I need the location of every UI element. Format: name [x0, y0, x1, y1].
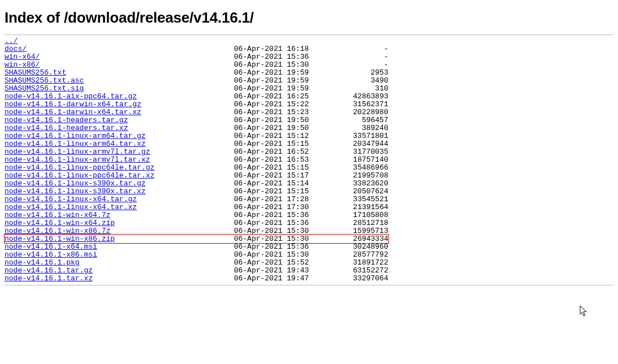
- file-size: -: [318, 53, 388, 61]
- file-size: 20347944: [318, 140, 388, 148]
- row-spacer: [40, 53, 234, 61]
- row-spacer: [115, 219, 234, 227]
- file-size: -: [318, 60, 388, 69]
- file-link[interactable]: node-v14.16.1-linux-s390x.tar.xz: [5, 187, 146, 196]
- file-size: 31562371: [318, 100, 388, 109]
- file-link[interactable]: SHASUMS256.txt.asc: [5, 76, 84, 85]
- file-link[interactable]: node-v14.16.1-x86.msi: [5, 250, 97, 259]
- file-link[interactable]: SHASUMS256.txt: [5, 68, 66, 77]
- file-date: 06-Apr-2021 15:36: [234, 219, 318, 227]
- file-size: -: [318, 45, 388, 53]
- file-size: 26943334: [318, 235, 388, 243]
- row-spacer: [146, 132, 234, 140]
- file-link[interactable]: node-v14.16.1-darwin-x64.tar.xz: [5, 108, 141, 116]
- file-size: 28577792: [318, 250, 388, 259]
- file-size: 33545521: [318, 195, 388, 203]
- file-link[interactable]: docs/: [5, 45, 27, 53]
- row-spacer: [66, 68, 234, 77]
- file-link[interactable]: node-v14.16.1-linux-x64.tar.gz: [5, 195, 137, 203]
- file-listing: ../ docs/ 06-Apr-2021 16:18 - win-x64/ 0…: [5, 37, 613, 283]
- file-date: 06-Apr-2021 15:30: [234, 227, 318, 235]
- file-link[interactable]: node-v14.16.1-win-x64.7z: [5, 211, 110, 219]
- file-link[interactable]: node-v14.16.1-linux-x64.tar.xz: [5, 203, 137, 211]
- file-size: 21391564: [318, 203, 388, 211]
- file-size: 18757140: [318, 155, 388, 164]
- row-spacer: [137, 92, 234, 101]
- file-link[interactable]: node-v14.16.1-headers.tar.xz: [5, 124, 128, 132]
- file-date: 06-Apr-2021 15:15: [234, 140, 318, 148]
- file-size: 20228980: [318, 108, 388, 116]
- file-date: 06-Apr-2021 15:36: [234, 242, 318, 251]
- file-date: 06-Apr-2021 15:15: [234, 163, 318, 172]
- row-spacer: [146, 187, 234, 196]
- row-spacer: [137, 195, 234, 203]
- divider-bottom: [5, 285, 613, 285]
- file-size: 33823620: [318, 179, 388, 188]
- file-size: 35486966: [318, 163, 388, 172]
- row-spacer: [154, 163, 234, 172]
- file-size: 21995708: [318, 171, 388, 180]
- file-link[interactable]: node-v14.16.1-linux-armv7l.tar.xz: [5, 155, 150, 164]
- file-size: 15995713: [318, 227, 388, 235]
- row-spacer: [110, 211, 234, 219]
- file-link[interactable]: SHASUMS256.txt.sig: [5, 84, 84, 93]
- file-date: 06-Apr-2021 17:30: [234, 203, 318, 211]
- file-link[interactable]: node-v14.16.1.pkg: [5, 258, 80, 267]
- file-link[interactable]: node-v14.16.1-linux-ppc64le.tar.gz: [5, 163, 154, 172]
- file-date: 06-Apr-2021 16:53: [234, 155, 318, 164]
- row-spacer: [128, 116, 234, 124]
- file-date: 06-Apr-2021 19:43: [234, 266, 318, 275]
- file-date: 06-Apr-2021 15:52: [234, 258, 318, 267]
- file-size: 33297064: [318, 274, 388, 283]
- file-date: 06-Apr-2021 15:12: [234, 132, 318, 140]
- row-spacer: [128, 124, 234, 132]
- file-link[interactable]: node-v14.16.1-linux-arm64.tar.xz: [5, 140, 146, 148]
- file-link[interactable]: node-v14.16.1-linux-ppc64le.tar.xz: [5, 171, 154, 180]
- file-date: 06-Apr-2021 15:22: [234, 100, 318, 109]
- file-link[interactable]: node-v14.16.1-win-x86.zip: [5, 235, 115, 243]
- row-spacer: [141, 108, 234, 116]
- row-spacer: [93, 266, 234, 275]
- file-link[interactable]: node-v14.16.1-headers.tar.gz: [5, 116, 128, 124]
- file-link[interactable]: node-v14.16.1-win-x86.7z: [5, 227, 110, 235]
- file-date: 06-Apr-2021 19:50: [234, 124, 318, 132]
- row-spacer: [93, 274, 234, 283]
- file-size: 42863893: [318, 92, 388, 101]
- parent-dir-link[interactable]: ../: [5, 37, 18, 45]
- file-link[interactable]: node-v14.16.1-darwin-x64.tar.gz: [5, 100, 141, 109]
- file-size: 3490: [318, 76, 388, 85]
- file-link[interactable]: node-v14.16.1-linux-arm64.tar.gz: [5, 132, 146, 140]
- row-spacer: [84, 84, 234, 93]
- file-size: 17105808: [318, 211, 388, 219]
- file-link[interactable]: node-v14.16.1-x64.msi: [5, 242, 97, 251]
- file-link[interactable]: win-x64/: [5, 53, 40, 61]
- file-date: 06-Apr-2021 19:59: [234, 84, 318, 93]
- file-link[interactable]: node-v14.16.1-linux-armv7l.tar.gz: [5, 148, 150, 156]
- file-size: 63152272: [318, 266, 388, 275]
- file-date: 06-Apr-2021 15:30: [234, 60, 318, 69]
- file-size: 2953: [318, 68, 388, 77]
- row-spacer: [115, 235, 234, 243]
- file-date: 06-Apr-2021 15:15: [234, 187, 318, 196]
- file-link[interactable]: node-v14.16.1.tar.xz: [5, 274, 93, 283]
- file-link[interactable]: win-x86/: [5, 60, 40, 69]
- row-spacer: [97, 242, 234, 251]
- file-link[interactable]: node-v14.16.1-aix-ppc64.tar.gz: [5, 92, 137, 101]
- file-link[interactable]: node-v14.16.1.tar.gz: [5, 266, 93, 275]
- file-date: 06-Apr-2021 17:28: [234, 195, 318, 203]
- row-spacer: [27, 45, 234, 53]
- row-spacer: [137, 203, 234, 211]
- file-link[interactable]: node-v14.16.1-win-x64.zip: [5, 219, 115, 227]
- file-size: 310: [318, 84, 388, 93]
- row-spacer: [141, 100, 234, 109]
- file-date: 06-Apr-2021 15:23: [234, 108, 318, 116]
- file-date: 06-Apr-2021 19:59: [234, 76, 318, 85]
- file-date: 06-Apr-2021 15:30: [234, 235, 318, 243]
- row-spacer: [154, 171, 234, 180]
- file-date: 06-Apr-2021 15:36: [234, 211, 318, 219]
- file-size: 31770035: [318, 148, 388, 156]
- file-date: 06-Apr-2021 15:36: [234, 53, 318, 61]
- row-spacer: [110, 227, 234, 235]
- file-link[interactable]: node-v14.16.1-linux-s390x.tar.gz: [5, 179, 146, 188]
- file-date: 06-Apr-2021 15:14: [234, 179, 318, 188]
